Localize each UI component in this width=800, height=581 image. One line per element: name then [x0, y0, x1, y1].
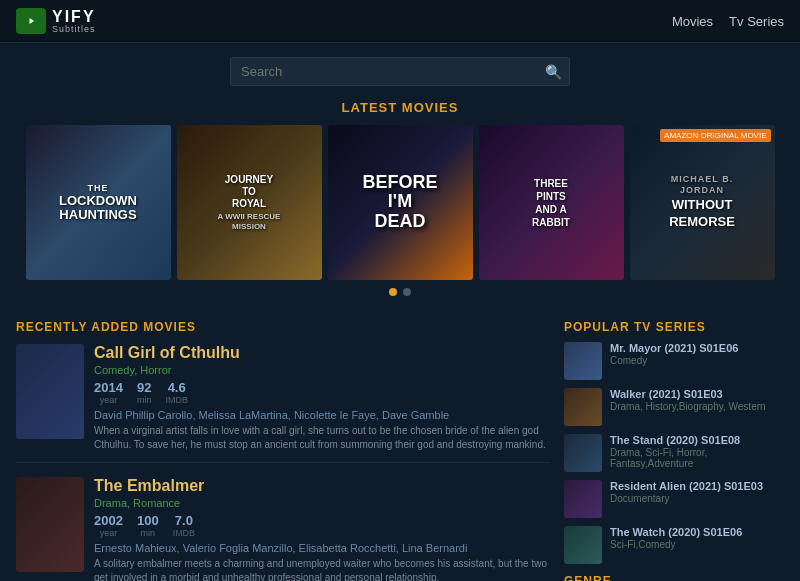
meta-year-1: 2014 year	[94, 380, 123, 405]
movies-carousel: THE LOCKDOWNHAUNTINGS JOURNEYTOROYAL A W…	[16, 125, 784, 280]
movie-genre-1: Comedy, Horror	[94, 364, 550, 376]
tv-name-4[interactable]: Resident Alien (2021) S01E03	[610, 480, 784, 492]
movie-desc-1: When a virginal artist falls in love wit…	[94, 424, 550, 452]
movie-title-2[interactable]: The Embalmer	[94, 477, 550, 495]
logo-subtitle: Subtitles	[52, 25, 96, 34]
tv-info-4: Resident Alien (2021) S01E03 Documentary	[610, 480, 784, 518]
tv-item-5[interactable]: The Watch (2020) S01E06 Sci-Fi,Comedy	[564, 526, 784, 564]
nav-movies[interactable]: Movies	[672, 14, 713, 29]
tv-item-4[interactable]: Resident Alien (2021) S01E03 Documentary	[564, 480, 784, 518]
tv-genre-5: Sci-Fi,Comedy	[610, 539, 784, 550]
movie-genre-2: Drama, Romance	[94, 497, 550, 509]
movie-title-1[interactable]: Call Girl of Cthulhu	[94, 344, 550, 362]
latest-section: LATEST MOVIES THE LOCKDOWNHAUNTINGS JOUR…	[0, 96, 800, 310]
year-value-1: 2014	[94, 380, 123, 395]
tv-thumb-3	[564, 434, 602, 472]
carousel-movie-4[interactable]: THREE PINTSAND A RABBIT	[479, 125, 624, 280]
tv-name-3[interactable]: The Stand (2020) S01E08	[610, 434, 784, 446]
movie-thumb-2[interactable]	[16, 477, 84, 572]
movie-item-2: The Embalmer Drama, Romance 2002 year 10…	[16, 477, 550, 581]
poster-title-4: THREE PINTSAND A RABBIT	[515, 173, 588, 233]
mins-value-2: 100	[137, 513, 159, 528]
year-value-2: 2002	[94, 513, 123, 528]
mins-value-1: 92	[137, 380, 151, 395]
imdb-label-1: IMDB	[165, 395, 188, 405]
carousel-movie-2[interactable]: JOURNEYTOROYAL A WWII RESCUE MISSION	[177, 125, 322, 280]
tv-thumb-1	[564, 342, 602, 380]
tv-thumb-5	[564, 526, 602, 564]
tv-name-1[interactable]: Mr. Mayor (2021) S01E06	[610, 342, 784, 354]
poster-title-5: MICHAEL B. JORDAN WITHOUTREMORSE	[665, 170, 739, 235]
carousel-dots	[16, 288, 784, 296]
tv-info-1: Mr. Mayor (2021) S01E06 Comedy	[610, 342, 784, 380]
amazon-badge: AMAZON ORIGINAL MOVIE	[660, 129, 770, 142]
movie-cast-1: David Phillip Carollo, Melissa LaMartina…	[94, 409, 550, 421]
tv-info-3: The Stand (2020) S01E08 Drama, Sci-Fi, H…	[610, 434, 784, 472]
right-col: POPULAR TV SERIES Mr. Mayor (2021) S01E0…	[564, 320, 784, 581]
search-icon[interactable]: 🔍	[545, 64, 562, 80]
genre-title: GENRE	[564, 574, 784, 581]
dot-2[interactable]	[403, 288, 411, 296]
main-nav: Movies Tv Series	[672, 14, 784, 29]
carousel-movie-5[interactable]: AMAZON ORIGINAL MOVIE MICHAEL B. JORDAN …	[630, 125, 775, 280]
movie-info-1: Call Girl of Cthulhu Comedy, Horror 2014…	[94, 344, 550, 452]
movie-meta-2: 2002 year 100 min 7.0 IMDB	[94, 513, 550, 538]
tv-item-2[interactable]: Walker (2021) S01E03 Drama, History,Biog…	[564, 388, 784, 426]
meta-mins-1: 92 min	[137, 380, 152, 405]
tv-name-5[interactable]: The Watch (2020) S01E06	[610, 526, 784, 538]
tv-item-3[interactable]: The Stand (2020) S01E08 Drama, Sci-Fi, H…	[564, 434, 784, 472]
movie-cast-2: Ernesto Mahieux, Valerio Foglia Manzillo…	[94, 542, 550, 554]
movie-item-1: Call Girl of Cthulhu Comedy, Horror 2014…	[16, 344, 550, 463]
play-icon	[22, 12, 40, 30]
carousel-movie-3[interactable]: BEFOREI'MDEAD	[328, 125, 473, 280]
mins-label-1: min	[137, 395, 152, 405]
meta-imdb-1: 4.6 IMDB	[165, 380, 188, 405]
year-label-1: year	[100, 395, 118, 405]
tv-info-2: Walker (2021) S01E03 Drama, History,Biog…	[610, 388, 784, 426]
mins-label-2: min	[141, 528, 156, 538]
tv-thumb-4	[564, 480, 602, 518]
left-col: RECENTLY ADDED MOVIES Call Girl of Cthul…	[16, 320, 550, 581]
poster-title-1: THE LOCKDOWNHAUNTINGS	[55, 178, 141, 226]
dot-1[interactable]	[389, 288, 397, 296]
poster-title-3: BEFOREI'MDEAD	[358, 169, 441, 236]
tv-genre-2: Drama, History,Biography, Western	[610, 401, 784, 412]
imdb-value-2: 7.0	[175, 513, 193, 528]
meta-imdb-2: 7.0 IMDB	[173, 513, 196, 538]
recently-added-title: RECENTLY ADDED MOVIES	[16, 320, 550, 334]
search-bar: 🔍	[0, 43, 800, 96]
main-content: RECENTLY ADDED MOVIES Call Girl of Cthul…	[0, 310, 800, 581]
movie-desc-2: A solitary embalmer meets a charming and…	[94, 557, 550, 581]
poster-title-2: JOURNEYTOROYAL A WWII RESCUE MISSION	[213, 169, 286, 236]
imdb-label-2: IMDB	[173, 528, 196, 538]
meta-year-2: 2002 year	[94, 513, 123, 538]
tv-info-5: The Watch (2020) S01E06 Sci-Fi,Comedy	[610, 526, 784, 564]
search-wrap: 🔍	[230, 57, 570, 86]
logo-yify: YIFY	[52, 9, 96, 25]
tv-genre-4: Documentary	[610, 493, 784, 504]
movie-meta-1: 2014 year 92 min 4.6 IMDB	[94, 380, 550, 405]
movie-thumb-1[interactable]	[16, 344, 84, 439]
search-input[interactable]	[230, 57, 570, 86]
carousel-movie-1[interactable]: THE LOCKDOWNHAUNTINGS	[26, 125, 171, 280]
movie-info-2: The Embalmer Drama, Romance 2002 year 10…	[94, 477, 550, 581]
tv-name-2[interactable]: Walker (2021) S01E03	[610, 388, 784, 400]
tv-item-1[interactable]: Mr. Mayor (2021) S01E06 Comedy	[564, 342, 784, 380]
logo-text: YIFY Subtitles	[52, 9, 96, 34]
tv-thumb-2	[564, 388, 602, 426]
popular-tv-title: POPULAR TV SERIES	[564, 320, 784, 334]
tv-genre-1: Comedy	[610, 355, 784, 366]
imdb-value-1: 4.6	[168, 380, 186, 395]
tv-genre-3: Drama, Sci-Fi, Horror, Fantasy,Adventure	[610, 447, 784, 469]
nav-tv[interactable]: Tv Series	[729, 14, 784, 29]
logo[interactable]: YIFY Subtitles	[16, 8, 96, 34]
logo-icon-box	[16, 8, 46, 34]
latest-title: LATEST MOVIES	[16, 96, 784, 115]
year-label-2: year	[100, 528, 118, 538]
meta-mins-2: 100 min	[137, 513, 159, 538]
